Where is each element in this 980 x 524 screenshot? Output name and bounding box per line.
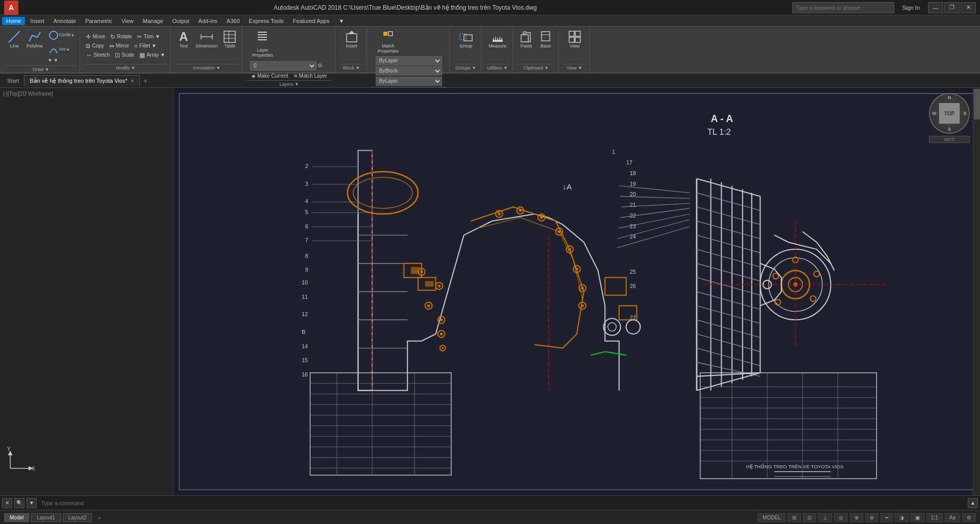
text-label: Text (179, 44, 188, 49)
lineweight-dropdown[interactable]: ByLayer0.25 mm (376, 77, 442, 86)
menu-insert[interactable]: Insert (26, 17, 48, 25)
polyline-button[interactable]: Polyline (24, 29, 45, 50)
command-search-button[interactable]: 🔍 (14, 498, 24, 508)
base-button[interactable]: Base (536, 29, 555, 50)
workspace-button[interactable]: ⚙ (962, 513, 976, 522)
polar-button[interactable]: ◎ (834, 513, 848, 522)
command-menu-button[interactable]: ▼ (27, 498, 37, 508)
measure-button[interactable]: Measure (486, 29, 508, 50)
match-properties-label: MatchProperties (378, 44, 399, 54)
trim-icon: ✂ (137, 33, 142, 40)
drawing-tab[interactable]: Bản vẽ hệ thống treo trên Toyota Vios* ✕ (24, 75, 139, 86)
svg-point-1 (50, 31, 58, 39)
title-text: Autodesk AutoCAD 2018 C:\Users\True Blue… (22, 4, 788, 11)
otrack-button[interactable]: ⊕ (865, 513, 878, 522)
arc-button[interactable]: Arc ▼ (46, 43, 77, 56)
menu-manage[interactable]: Manage (139, 17, 167, 25)
mirror-button[interactable]: ⇔Mirror (108, 42, 131, 50)
more-draw-button[interactable]: ▼ ▼ (46, 57, 77, 64)
ribbon-group-block: Insert Block ▼ (336, 28, 367, 72)
command-close-button[interactable]: ✕ (2, 498, 12, 508)
svg-text:8: 8 (305, 253, 308, 259)
match-layer-button[interactable]: ≋Match Layer (292, 73, 329, 79)
copy-button[interactable]: ⧉Copy (84, 42, 105, 50)
menu-parametric[interactable]: Parametric (81, 17, 116, 25)
insert-button[interactable]: Insert (342, 29, 361, 50)
transparency-button[interactable]: ◑ (895, 513, 909, 522)
paste-button[interactable]: Paste (517, 29, 535, 50)
annotation-visibility[interactable]: Aa (945, 513, 960, 522)
menu-addins[interactable]: Add-ins (194, 17, 222, 25)
osnap-button[interactable]: ⊗ (850, 513, 863, 522)
drawing-scrollbar[interactable] (973, 88, 980, 495)
wcs-label: WCS (929, 136, 970, 143)
svg-point-115 (581, 287, 584, 290)
compass-east: E (964, 111, 967, 116)
menu-a360[interactable]: A360 (223, 17, 244, 25)
sign-in-link[interactable]: Sign In (898, 5, 924, 11)
menu-home[interactable]: Home (2, 17, 25, 25)
view-button[interactable]: View (566, 29, 584, 50)
grid-button[interactable]: ⊞ (788, 513, 801, 522)
drawing-tab-close[interactable]: ✕ (130, 78, 134, 84)
fillet-button[interactable]: ⌗Fillet ▼ (133, 42, 158, 50)
circle-dropdown-arrow[interactable]: ▼ (71, 33, 75, 38)
make-current-button[interactable]: ◈Make Current (250, 73, 290, 79)
menu-output[interactable]: Output (168, 17, 193, 25)
stretch-button[interactable]: ↔Stretch (84, 51, 111, 59)
layout1-tab[interactable]: Layout1 (31, 513, 61, 522)
svg-text:19: 19 (630, 181, 636, 187)
array-button[interactable]: ▦Array ▼ (138, 51, 167, 59)
model-layout-tab[interactable]: Model (4, 513, 29, 522)
line-button[interactable]: Line (5, 29, 23, 50)
menu-annotate[interactable]: Annotate (50, 17, 80, 25)
text-button[interactable]: A Text (175, 29, 193, 50)
menu-express[interactable]: Express Tools (245, 17, 288, 25)
menu-featured[interactable]: Featured Apps (289, 17, 334, 25)
measure-icon (491, 30, 505, 44)
rotate-button[interactable]: ↻Rotate (109, 33, 133, 41)
snap-button[interactable]: ⊡ (803, 513, 816, 522)
table-button[interactable]: Table (220, 29, 239, 50)
linetype-dropdown[interactable]: ByBlockByLayer (376, 66, 442, 76)
circle-button[interactable]: Circle ▼ (46, 29, 77, 42)
layer-properties-button[interactable]: LayerProperties (250, 29, 275, 59)
menu-view[interactable]: View (117, 17, 138, 25)
view-cube-top[interactable]: TOP (939, 103, 960, 124)
layer-settings-icon[interactable]: ⚙ (317, 62, 323, 69)
trim-button[interactable]: ✂Trim ▼ (135, 33, 161, 41)
drawing-area[interactable]: A - A TL 1:2 2 3 4 5 6 7 8 9 10 11 12 B … (174, 88, 980, 495)
ortho-button[interactable]: ⊥ (818, 513, 832, 522)
start-tab[interactable]: Start (2, 76, 24, 86)
svg-point-101 (442, 347, 444, 349)
arc-dropdown-arrow[interactable]: ▼ (66, 47, 70, 52)
group-button[interactable]: Group (457, 29, 475, 50)
layout2-tab[interactable]: Layout2 (63, 513, 92, 522)
annotation-scale[interactable]: 1:1 (926, 513, 943, 522)
table-label: Table (225, 44, 236, 49)
search-input[interactable] (792, 2, 894, 13)
base-icon (538, 30, 553, 44)
scroll-thumb[interactable] (974, 89, 980, 120)
command-input[interactable] (39, 500, 966, 506)
selection-button[interactable]: ▣ (911, 513, 924, 522)
layer-dropdown[interactable]: 0 Defpoints Layer1 (250, 61, 316, 70)
match-properties-button[interactable]: MatchProperties (376, 29, 401, 55)
move-button[interactable]: ✛Move (84, 33, 106, 41)
color-dropdown[interactable]: ByLayerByBlockRed (376, 56, 442, 65)
menu-more[interactable]: ▼ (334, 17, 348, 25)
compass-west: W (932, 111, 937, 116)
restore-button[interactable]: ❐ (944, 2, 960, 13)
command-expand-button[interactable]: ▲ (968, 498, 978, 508)
model-status[interactable]: MODEL (758, 513, 786, 522)
close-button[interactable]: ✕ (961, 2, 976, 13)
add-tab-button[interactable]: + (140, 75, 151, 86)
minimize-button[interactable]: — (928, 2, 943, 13)
navigation-cube[interactable]: N S E W TOP WCS (929, 93, 970, 144)
add-layout-button[interactable]: + (94, 513, 104, 523)
coordinate-display: X Y (5, 443, 36, 475)
dimension-button[interactable]: Dimension (194, 29, 220, 50)
lineweight-status-button[interactable]: ━ (880, 513, 893, 522)
scale-button[interactable]: ⊡Scale (113, 51, 136, 59)
svg-rect-32 (575, 31, 580, 36)
